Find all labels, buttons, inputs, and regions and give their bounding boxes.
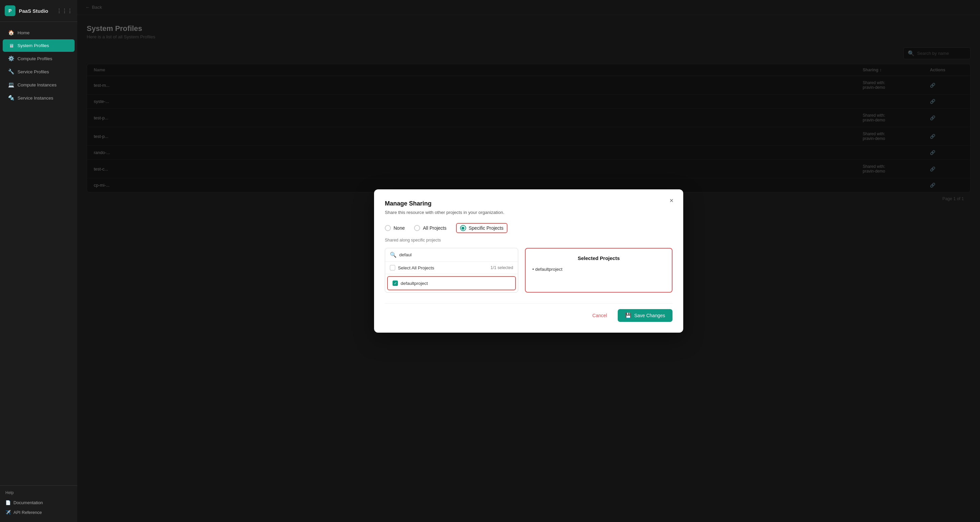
radio-all-projects-circle: [414, 225, 420, 231]
selected-project-item: defaultproject: [532, 266, 665, 273]
sidebar-footer-item-label: API Reference: [13, 510, 42, 515]
modal-subtitle: Share this resource with other projects …: [385, 210, 673, 215]
radio-none-label: None: [393, 225, 405, 231]
sidebar-item-api-reference[interactable]: ✈️ API Reference: [5, 508, 72, 517]
system-profiles-icon: 🖥: [8, 43, 14, 48]
save-changes-button[interactable]: 💾 Save Changes: [618, 309, 673, 322]
project-search-bar[interactable]: 🔍: [385, 248, 518, 262]
select-all-label[interactable]: Select All Projects: [390, 265, 434, 270]
service-profiles-icon: 🔧: [8, 69, 14, 75]
shared-along-label: Shared along specific projects: [385, 238, 673, 243]
sidebar-item-label: Compute Instances: [18, 82, 56, 88]
selected-count: 1/1 selected: [491, 265, 513, 270]
search-icon: 🔍: [390, 252, 396, 258]
radio-specific-projects-circle: [460, 225, 466, 231]
sidebar-item-documentation[interactable]: 📄 Documentation: [5, 498, 72, 508]
select-all-text: Select All Projects: [398, 265, 434, 270]
sidebar: P PaaS Studio ⋮⋮⋮ 🏠 Home 🖥 System Profil…: [0, 0, 77, 522]
grid-icon[interactable]: ⋮⋮⋮: [56, 8, 73, 14]
selected-projects-panel: Selected Projects defaultproject: [525, 248, 673, 293]
project-list-panel: 🔍 Select All Projects 1/1 selected ✓ def…: [385, 248, 518, 293]
radio-none[interactable]: None: [385, 225, 405, 231]
sharing-radio-group: None All Projects Specific Projects: [385, 223, 673, 233]
help-label: Help: [5, 490, 72, 495]
radio-none-circle: [385, 225, 391, 231]
sidebar-item-home[interactable]: 🏠 Home: [3, 26, 75, 39]
sidebar-item-compute-instances[interactable]: 💻 Compute Instances: [3, 78, 75, 91]
sidebar-item-label: System Profiles: [18, 43, 49, 48]
sidebar-header: P PaaS Studio ⋮⋮⋮: [0, 0, 77, 22]
sidebar-item-label: Compute Profiles: [18, 56, 52, 61]
compute-profiles-icon: ⚙️: [8, 56, 14, 62]
modal-close-button[interactable]: ×: [667, 195, 676, 206]
main-content: ← Back System Profiles Here is a list of…: [77, 0, 980, 522]
sidebar-item-compute-profiles[interactable]: ⚙️ Compute Profiles: [3, 52, 75, 65]
home-icon: 🏠: [8, 30, 14, 36]
project-item-label: defaultproject: [401, 281, 428, 286]
modal-title: Manage Sharing: [385, 200, 673, 207]
radio-all-projects[interactable]: All Projects: [414, 225, 446, 231]
selected-projects-title: Selected Projects: [532, 255, 665, 261]
api-reference-icon: ✈️: [5, 510, 11, 515]
radio-all-projects-label: All Projects: [423, 225, 446, 231]
sidebar-nav: 🏠 Home 🖥 System Profiles ⚙️ Compute Prof…: [0, 22, 77, 485]
manage-sharing-modal: × Manage Sharing Share this resource wit…: [374, 189, 683, 333]
sidebar-item-label: Service Profiles: [18, 69, 49, 74]
sidebar-item-system-profiles[interactable]: 🖥 System Profiles: [3, 39, 75, 52]
sidebar-item-service-profiles[interactable]: 🔧 Service Profiles: [3, 65, 75, 78]
cancel-button[interactable]: Cancel: [587, 310, 612, 321]
modal-footer: Cancel 💾 Save Changes: [385, 303, 673, 322]
compute-instances-icon: 💻: [8, 82, 14, 88]
project-item-defaultproject[interactable]: ✓ defaultproject: [387, 276, 516, 290]
radio-specific-projects-label: Specific Projects: [469, 225, 503, 231]
modal-columns: 🔍 Select All Projects 1/1 selected ✓ def…: [385, 248, 673, 293]
app-logo: P: [5, 5, 16, 16]
select-all-row: Select All Projects 1/1 selected: [385, 262, 518, 274]
app-name: PaaS Studio: [19, 8, 48, 14]
sidebar-footer-item-label: Documentation: [13, 500, 43, 505]
radio-specific-projects[interactable]: Specific Projects: [456, 223, 508, 233]
project-checkbox-defaultproject[interactable]: ✓: [393, 281, 398, 286]
service-instances-icon: 🔩: [8, 95, 14, 101]
select-all-checkbox[interactable]: [390, 265, 395, 270]
documentation-icon: 📄: [5, 500, 11, 505]
save-label: Save Changes: [634, 313, 665, 318]
sidebar-item-service-instances[interactable]: 🔩 Service Instances: [3, 91, 75, 104]
sidebar-footer: Help 📄 Documentation ✈️ API Reference: [0, 485, 77, 522]
save-icon: 💾: [625, 313, 632, 319]
sidebar-item-label: Home: [18, 30, 30, 35]
sidebar-item-label: Service Instances: [18, 96, 53, 101]
modal-overlay: × Manage Sharing Share this resource wit…: [77, 0, 980, 522]
project-search-input[interactable]: [399, 252, 513, 257]
